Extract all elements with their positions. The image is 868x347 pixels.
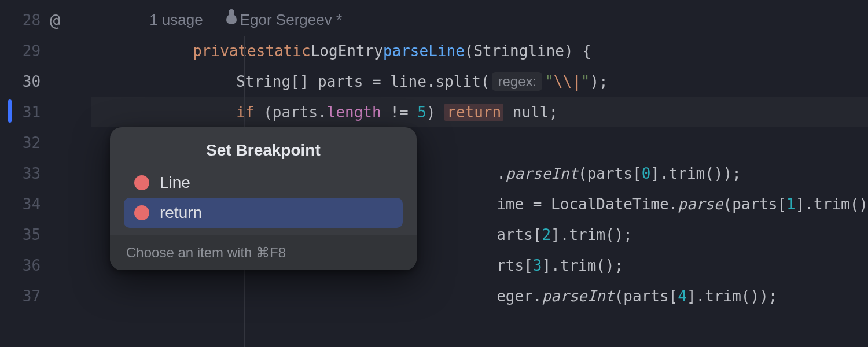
number-literal: 3 <box>533 257 542 274</box>
number-literal: 1 <box>786 195 796 213</box>
string-escape: \\| <box>554 73 581 90</box>
gutter-line-number[interactable]: 35 <box>0 219 91 250</box>
code-text: ].trim() <box>796 195 868 213</box>
gutter[interactable]: 28 @ 29 30 31 32 33 34 35 36 37 <box>0 0 91 347</box>
breakpoint-icon <box>134 205 149 220</box>
gutter-line-number[interactable]: 32 <box>0 127 91 158</box>
code-text: (parts[ <box>615 287 678 305</box>
method-name: parseLine <box>383 42 465 60</box>
code-text: eger. <box>496 287 542 305</box>
line-number: 36 <box>23 257 41 274</box>
method-call: parseInt <box>542 287 614 305</box>
code-text: String[] parts = line.split( <box>236 73 490 90</box>
inlay-hints-row: 1 usage Egor Sergeev * <box>91 5 868 35</box>
code-text: ].trim(); <box>551 226 632 243</box>
gutter-line-number[interactable]: 36 <box>0 250 91 280</box>
method-call: parse <box>678 195 723 213</box>
line-number: 31 <box>23 104 41 121</box>
code-text: rts[ <box>496 257 533 274</box>
gutter-line-number[interactable]: 31 <box>0 97 91 127</box>
string-quote: " <box>545 73 554 90</box>
keyword: return <box>447 104 501 121</box>
number-literal: 0 <box>642 165 651 182</box>
code-line[interactable]: if (parts.length != 5) return null; <box>91 97 868 127</box>
gutter-line-number[interactable]: 34 <box>0 189 91 219</box>
option-label: return <box>160 204 202 222</box>
override-indicator-icon: @ <box>50 10 60 30</box>
breakpoint-option-line[interactable]: Line <box>124 168 403 198</box>
code-text: ) <box>426 104 444 121</box>
code-text: (parts[ <box>578 165 642 182</box>
set-breakpoint-popup: Set Breakpoint Line return Choose an ite… <box>110 127 417 270</box>
type-name: LogEntry <box>311 42 383 60</box>
number-literal: 2 <box>542 226 551 243</box>
author-hint[interactable]: Egor Sergeev * <box>226 11 342 29</box>
line-number: 30 <box>23 73 41 90</box>
keyword: static <box>256 42 311 60</box>
number-literal: 5 <box>417 104 426 121</box>
line-number: 28 <box>23 12 41 29</box>
gutter-line-number[interactable]: 29 <box>0 35 91 66</box>
line-number: 35 <box>23 226 41 243</box>
number-literal: 4 <box>678 287 687 305</box>
brace: { <box>582 42 591 60</box>
breakpoint-icon <box>134 175 149 190</box>
method-call: parseInt <box>506 165 578 182</box>
code-text: (parts. <box>254 104 326 121</box>
code-text: ime = LocalDateTime. <box>496 195 678 213</box>
line-number: 37 <box>23 287 41 305</box>
popup-items: Line return <box>110 168 417 235</box>
breakpoint-option-return[interactable]: return <box>124 198 403 228</box>
code-text: ].trim()); <box>650 165 741 182</box>
param-name: line <box>528 42 564 60</box>
popup-footer-hint: Choose an item with ⌘F8 <box>110 235 417 270</box>
line-number: 32 <box>23 134 41 152</box>
gutter-line-number[interactable]: 37 <box>0 280 91 311</box>
code-text: ); <box>590 73 608 90</box>
keyword: private <box>193 42 256 60</box>
code-text: (parts[ <box>723 195 787 213</box>
usages-hint[interactable]: 1 usage <box>149 11 203 29</box>
code-text: != <box>381 104 418 121</box>
code-line[interactable]: eger.parseInt(parts[4].trim()); <box>91 280 868 311</box>
gutter-line-number[interactable]: 28 @ <box>0 5 91 35</box>
gutter-line-number[interactable]: 30 <box>0 66 91 97</box>
code-line[interactable] <box>91 311 868 342</box>
parameter-hint: regex: <box>492 72 542 91</box>
code-text: . <box>496 165 506 182</box>
type-name: String <box>473 42 528 60</box>
code-line[interactable]: String[] parts = line.split(regex:"\\|")… <box>91 66 868 97</box>
code-text: ].trim(); <box>542 257 623 274</box>
line-number: 34 <box>23 195 41 213</box>
code-line[interactable]: private static LogEntry parseLine(String… <box>91 35 868 66</box>
line-number: 29 <box>23 42 41 60</box>
code-text: null; <box>503 104 558 121</box>
string-quote: " <box>581 73 590 90</box>
field-ref: length <box>327 104 381 121</box>
line-number: 33 <box>23 165 41 182</box>
user-icon <box>226 14 237 24</box>
option-label: Line <box>160 174 190 192</box>
gutter-line-number[interactable]: 33 <box>0 158 91 189</box>
code-text: ].trim()); <box>687 287 778 305</box>
code-text: arts[ <box>496 226 542 243</box>
popup-title: Set Breakpoint <box>110 127 417 168</box>
author-name: Egor Sergeev * <box>240 11 342 28</box>
